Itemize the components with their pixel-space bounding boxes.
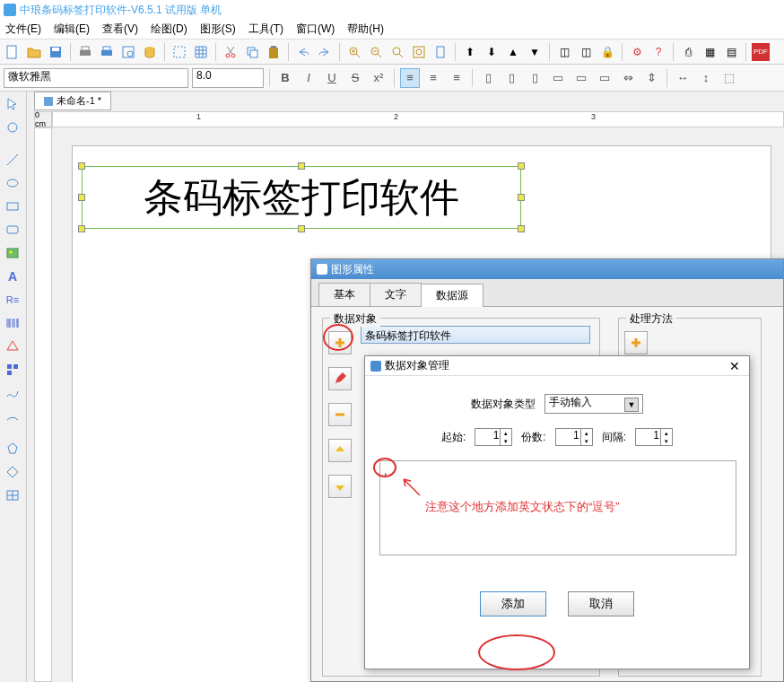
remove-data-button[interactable] [328,403,352,426]
font-size-select[interactable]: 8.0 [192,68,264,88]
misc-icon[interactable]: ▤ [722,43,740,61]
start-spinner[interactable]: 1 [475,428,512,446]
resize-handle[interactable] [78,225,85,232]
zoom-out-icon[interactable] [367,43,385,61]
print-preview-icon[interactable] [119,43,137,61]
roundrect-tool[interactable] [2,219,23,240]
select-all-icon[interactable] [170,43,188,61]
resize-handle[interactable] [78,194,85,201]
database-icon[interactable] [141,43,159,61]
align-obj-left-icon[interactable]: ▯ [478,68,498,88]
align-obj-right-icon[interactable]: ▯ [525,68,544,88]
shape-tool[interactable] [2,336,23,357]
add-data-button[interactable] [328,331,352,354]
italic-button[interactable]: I [299,68,318,88]
resize-handle[interactable] [298,225,305,232]
align-right-button[interactable]: ≡ [447,68,466,88]
add-process-button[interactable] [624,331,648,354]
line-tool[interactable] [2,149,23,170]
richtext-tool[interactable]: R≡ [2,289,23,310]
menu-shape[interactable]: 图形(S) [200,22,236,37]
same-height-icon[interactable]: ↕ [696,68,716,88]
print-setup-icon[interactable] [76,43,94,61]
text-object[interactable]: 条码标签打印软件 [82,166,521,229]
layer-up-icon[interactable]: ▲ [504,43,522,61]
ungroup-icon[interactable]: ◫ [577,43,595,61]
resize-handle[interactable] [518,162,525,170]
cancel-button[interactable]: 取消 [568,591,634,616]
redo-icon[interactable] [316,43,334,61]
type-select[interactable]: 手动输入 [544,394,643,414]
strike-button[interactable]: S [345,68,365,88]
align-obj-top-icon[interactable]: ▭ [548,68,568,88]
qr-tool[interactable] [2,359,23,380]
layer-down-icon[interactable]: ▼ [526,43,544,61]
zoom-fit-icon[interactable] [388,43,406,61]
menu-view[interactable]: 查看(V) [102,22,138,37]
layout-icon[interactable]: ▦ [701,43,719,61]
pdf-icon[interactable]: PDF [752,43,770,61]
save-icon[interactable] [47,43,65,61]
resize-handle[interactable] [518,194,525,201]
data-object-list-item[interactable]: 条码标签打印软件 [361,326,590,344]
cut-icon[interactable] [222,43,240,61]
align-obj-mid-icon[interactable]: ▭ [571,68,591,88]
superscript-button[interactable]: x² [369,68,388,88]
menu-edit[interactable]: 编辑(E) [54,22,90,37]
open-icon[interactable] [25,43,43,61]
tab-text[interactable]: 文字 [370,283,422,306]
zoom-in-icon[interactable] [345,43,363,61]
align-center-button[interactable]: ≡ [423,68,443,88]
edit-data-button[interactable] [328,367,352,390]
align-obj-center-icon[interactable]: ▯ [501,68,521,88]
diamond-tool[interactable] [2,461,23,483]
bold-button[interactable]: B [275,68,295,88]
menu-file[interactable]: 文件(E) [5,22,41,37]
undo-icon[interactable] [294,43,312,61]
pointer-tool[interactable] [2,93,23,115]
export-icon[interactable]: ⎙ [679,43,697,61]
gap-spinner[interactable]: 1 [635,428,673,446]
move-up-button[interactable] [328,439,352,462]
menu-tool[interactable]: 工具(T) [248,22,283,37]
content-textarea[interactable]: , 注意这个地方添加英文状态下的“逗号” [379,460,736,555]
underline-button[interactable]: U [322,68,342,88]
tab-datasource[interactable]: 数据源 [421,284,483,307]
lock-icon[interactable]: 🔒 [598,43,616,61]
zoom-page-icon[interactable] [431,43,449,61]
help-icon[interactable]: ? [649,43,667,61]
data-manager-title[interactable]: 数据对象管理 ✕ [365,356,749,376]
add-button[interactable]: 添加 [480,591,546,616]
text-tool[interactable]: A [2,266,23,287]
align-left-button[interactable]: ≡ [400,68,420,88]
rect-tool[interactable] [2,196,23,217]
menu-window[interactable]: 窗口(W) [296,22,335,37]
resize-handle[interactable] [518,225,525,232]
menu-draw[interactable]: 绘图(D) [151,22,187,37]
same-size-icon[interactable]: ⬚ [719,68,739,88]
arc-tool[interactable] [2,406,23,427]
group-icon[interactable]: ◫ [555,43,573,61]
zoom-100-icon[interactable] [410,43,428,61]
menu-help[interactable]: 帮助(H) [347,22,384,37]
distribute-h-icon[interactable]: ⇔ [618,68,638,88]
polygon-tool[interactable] [2,438,23,459]
ellipse-tool[interactable] [2,172,23,194]
curve-tool[interactable] [2,382,23,404]
same-width-icon[interactable]: ↔ [673,68,693,88]
print-icon[interactable] [98,43,116,61]
pan-tool[interactable] [2,117,23,138]
paste-icon[interactable] [265,43,283,61]
tab-basic[interactable]: 基本 [318,283,370,306]
send-back-icon[interactable]: ⬇ [483,43,501,61]
close-button[interactable]: ✕ [726,358,744,374]
resize-handle[interactable] [78,162,85,170]
font-select[interactable]: 微软雅黑 [4,68,188,88]
settings-icon[interactable]: ⚙ [628,43,646,61]
image-tool[interactable] [2,242,23,264]
document-tab[interactable]: 未命名-1 * [34,92,111,110]
move-down-button[interactable] [328,475,352,498]
resize-handle[interactable] [298,162,305,170]
count-spinner[interactable]: 1 [555,428,593,446]
barcode-tool[interactable] [2,312,23,334]
